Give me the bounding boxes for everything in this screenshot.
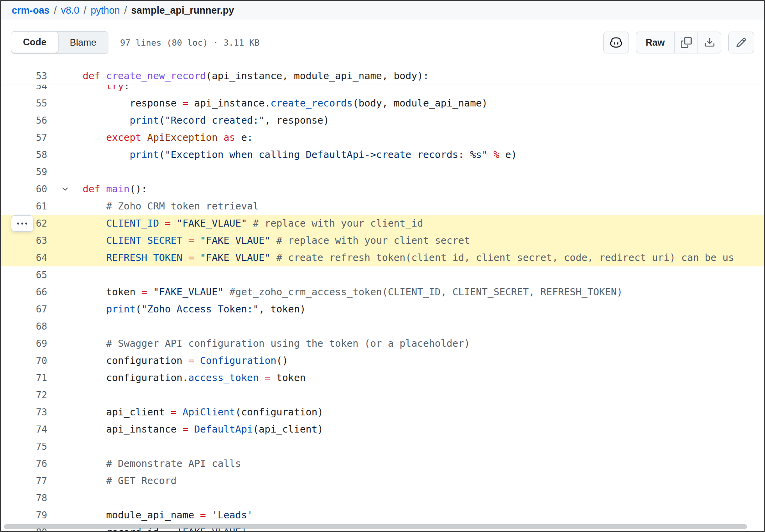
line-number-72[interactable]: 72 [1, 387, 47, 404]
code-line-68: 68 [1, 318, 764, 335]
copilot-button[interactable] [603, 32, 629, 53]
code-text: try: [83, 85, 764, 95]
line-number-55[interactable]: 55 [1, 95, 47, 112]
line-number-56[interactable]: 56 [1, 112, 47, 129]
line-number-57[interactable]: 57 [1, 129, 47, 146]
line-number-54[interactable]: 54 [1, 85, 47, 95]
edit-button[interactable] [728, 32, 754, 53]
code-line-62: 62 CLIENT_ID = "FAKE_VLAUE" # replace wi… [1, 215, 764, 232]
fold-spacer [47, 198, 83, 215]
code-text: configuration.access_token = token [83, 369, 764, 387]
clipped-code-line: 54 try: [1, 85, 764, 95]
copy-button[interactable] [674, 32, 698, 53]
fold-chevron-down-icon[interactable] [47, 181, 83, 198]
fold-spacer [47, 352, 83, 369]
code-line-55: 55 response = api_instance.create_record… [1, 95, 764, 112]
copy-icon [681, 37, 692, 48]
code-line-61: 61 # Zoho CRM token retrieval [1, 198, 764, 215]
line-number-70[interactable]: 70 [1, 352, 47, 369]
breadcrumb-link-v8.0[interactable]: v8.0 [61, 5, 79, 16]
line-number-71[interactable]: 71 [1, 369, 47, 387]
line-number-67[interactable]: 67 [1, 301, 47, 318]
line-number-58[interactable]: 58 [1, 146, 47, 163]
horizontal-scrollbar-thumb[interactable] [4, 524, 747, 529]
raw-button[interactable]: Raw [636, 32, 674, 53]
code-text: print("Record created:", response) [83, 112, 764, 129]
breadcrumb-link-python[interactable]: python [90, 5, 120, 16]
fold-spacer [47, 129, 83, 146]
fold-spacer [47, 455, 83, 472]
line-number-79[interactable]: 79 [1, 507, 47, 524]
line-number-63[interactable]: 63 [1, 232, 47, 249]
fold-spacer [47, 163, 83, 181]
fold-spacer [47, 507, 83, 524]
code-blame-toggle: CodeBlame [11, 31, 108, 54]
code-line-67: 67 print("Zoho Access Token:", token) [1, 301, 764, 318]
line-number-59[interactable]: 59 [1, 163, 47, 181]
fold-spacer [47, 369, 83, 387]
fold-spacer [47, 335, 83, 352]
line-number-65[interactable]: 65 [1, 266, 47, 284]
code-line-75: 75 [1, 438, 764, 455]
code-text: api_client = ApiClient(configuration) [83, 404, 764, 421]
kebab-horizontal-icon [17, 218, 28, 229]
line-number-68[interactable]: 68 [1, 318, 47, 335]
code-text: CLIENT_SECRET = "FAKE_VLAUE" # replace w… [83, 232, 764, 249]
fold-spacer [47, 489, 83, 507]
code-lines: 53def create_new_record(api_instance, mo… [1, 67, 764, 531]
line-number-53[interactable]: 53 [1, 67, 47, 85]
line-number-66[interactable]: 66 [1, 284, 47, 301]
download-button[interactable] [698, 32, 721, 53]
raw-actions-group: Raw [636, 32, 721, 53]
code-line-77: 77 # GET Record [1, 472, 764, 489]
hidden-lines-menu-button[interactable] [11, 215, 34, 232]
breadcrumb-separator: / [54, 5, 57, 16]
fold-spacer [47, 387, 83, 404]
code-text [83, 266, 764, 284]
code-line-54: 54 try: [1, 85, 764, 95]
github-code-view: crm-oas/v8.0/python/sample_api_runner.py… [0, 0, 765, 532]
fold-spacer [47, 249, 83, 266]
code-line-70: 70 configuration = Configuration() [1, 352, 764, 369]
code-text: CLIENT_ID = "FAKE_VLAUE" # replace with … [83, 215, 764, 232]
fold-spacer [47, 318, 83, 335]
fold-spacer [47, 266, 83, 284]
code-line-76: 76 # Demonstrate API calls [1, 455, 764, 472]
tab-code[interactable]: Code [11, 31, 58, 53]
code-text [83, 163, 764, 181]
code-text: # Zoho CRM token retrieval [83, 198, 764, 215]
code-line-72: 72 [1, 387, 764, 404]
code-text: response = api_instance.create_records(b… [83, 95, 764, 112]
code-area: 53def create_new_record(api_instance, mo… [1, 65, 764, 531]
fold-spacer [47, 232, 83, 249]
line-number-78[interactable]: 78 [1, 489, 47, 507]
line-number-61[interactable]: 61 [1, 198, 47, 215]
breadcrumb-file-name: sample_api_runner.py [131, 5, 234, 16]
file-toolbar: CodeBlame 97 lines (80 loc) · 3.11 KB Ra… [1, 20, 764, 65]
code-line-58: 58 print("Exception when calling Default… [1, 146, 764, 163]
breadcrumb-separator: / [83, 5, 86, 16]
line-number-74[interactable]: 74 [1, 421, 47, 438]
file-info: 97 lines (80 loc) · 3.11 KB [120, 38, 260, 48]
line-number-64[interactable]: 64 [1, 249, 47, 266]
breadcrumb-link-crm-oas[interactable]: crm-oas [12, 5, 50, 16]
breadcrumb-separator: / [124, 5, 127, 16]
tab-blame[interactable]: Blame [58, 32, 108, 53]
fold-spacer [47, 284, 83, 301]
code-line-79: 79 module_api_name = 'Leads' [1, 507, 764, 524]
code-line-73: 73 api_client = ApiClient(configuration) [1, 404, 764, 421]
line-number-60[interactable]: 60 [1, 181, 47, 198]
line-number-76[interactable]: 76 [1, 455, 47, 472]
line-number-73[interactable]: 73 [1, 404, 47, 421]
code-text: # Demonstrate API calls [83, 455, 764, 472]
code-text: # GET Record [83, 472, 764, 489]
toolbar-actions: Raw [603, 32, 754, 53]
breadcrumb: crm-oas/v8.0/python/sample_api_runner.py [1, 1, 764, 20]
code-line-57: 57 except ApiException as e: [1, 129, 764, 146]
line-number-77[interactable]: 77 [1, 472, 47, 489]
line-number-75[interactable]: 75 [1, 438, 47, 455]
code-text [83, 438, 764, 455]
code-line-74: 74 api_instance = DefaultApi(api_client) [1, 421, 764, 438]
fold-spacer [47, 95, 83, 112]
line-number-69[interactable]: 69 [1, 335, 47, 352]
